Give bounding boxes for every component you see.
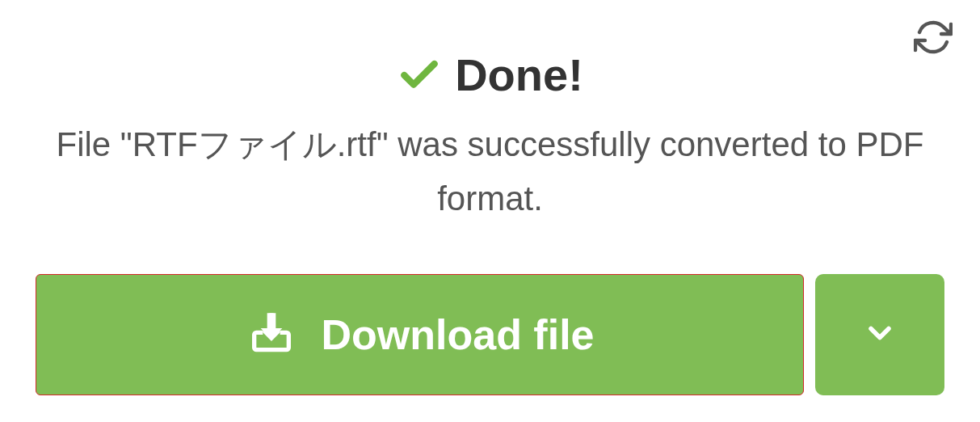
download-button[interactable]: Download file <box>36 274 804 395</box>
result-heading: Done! <box>32 49 948 101</box>
action-button-row: Download file <box>32 274 948 395</box>
download-options-button[interactable] <box>815 274 944 395</box>
chevron-down-icon <box>862 315 898 354</box>
download-label: Download file <box>322 310 595 359</box>
conversion-result: Done! File "RTFファイル.rtf" was successfull… <box>32 49 948 395</box>
download-icon <box>246 309 297 361</box>
refresh-icon <box>914 18 953 60</box>
refresh-button[interactable] <box>911 16 956 61</box>
check-icon <box>397 53 442 98</box>
result-message: File "RTFファイル.rtf" was successfully conv… <box>46 117 935 226</box>
result-title: Done! <box>455 49 583 101</box>
